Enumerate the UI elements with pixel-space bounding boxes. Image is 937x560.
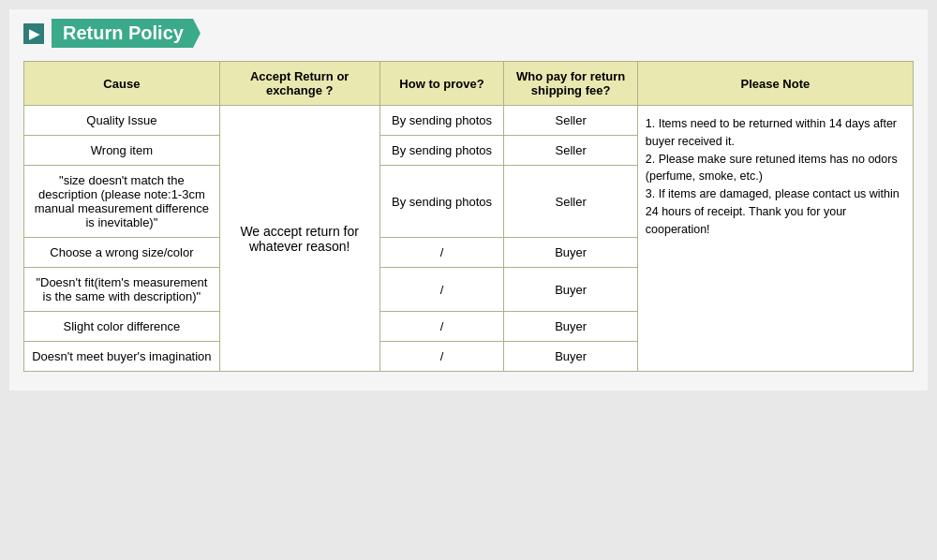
- col-header-accept: Accept Return or exchange ?: [219, 62, 379, 106]
- cause-cell: Wrong item: [24, 136, 220, 166]
- prove-cell: By sending photos: [379, 106, 504, 136]
- cause-cell: Slight color difference: [24, 312, 220, 342]
- fee-cell: Buyer: [504, 268, 637, 312]
- cause-cell: Choose a wrong size/color: [24, 238, 220, 268]
- prove-cell: /: [379, 268, 504, 312]
- cause-cell: "Doesn't fit(item's measurement is the s…: [24, 268, 220, 312]
- note-cell: 1. Items need to be returned within 14 d…: [637, 106, 913, 372]
- fee-cell: Buyer: [504, 342, 637, 372]
- col-header-cause: Cause: [24, 62, 220, 106]
- fee-cell: Seller: [504, 106, 637, 136]
- header-icon: ▶: [23, 23, 44, 44]
- fee-cell: Seller: [504, 166, 637, 238]
- fee-cell: Seller: [504, 136, 637, 166]
- table-row: Quality IssueWe accept return for whatev…: [24, 106, 914, 136]
- page-title: Return Policy: [63, 22, 184, 43]
- cause-cell: Doesn't meet buyer's imagination: [24, 342, 220, 372]
- page-header: ▶ Return Policy: [23, 19, 914, 48]
- cause-cell: Quality Issue: [24, 106, 220, 136]
- accept-cell: We accept return for whatever reason!: [219, 106, 379, 372]
- col-header-note: Please Note: [637, 62, 913, 106]
- col-header-prove: How to prove?: [379, 62, 504, 106]
- cause-cell: "size doesn't match the description (ple…: [24, 166, 220, 238]
- prove-cell: By sending photos: [379, 136, 504, 166]
- fee-cell: Buyer: [504, 238, 637, 268]
- prove-cell: /: [379, 238, 504, 268]
- fee-cell: Buyer: [504, 312, 637, 342]
- prove-cell: /: [379, 342, 504, 372]
- prove-cell: /: [379, 312, 504, 342]
- prove-cell: By sending photos: [379, 166, 504, 238]
- col-header-fee: Who pay for return shipping fee?: [504, 62, 637, 106]
- return-policy-table: Cause Accept Return or exchange ? How to…: [23, 61, 914, 372]
- header-title-bg: Return Policy: [52, 19, 201, 48]
- page-container: ▶ Return Policy Cause Accept Return or e…: [9, 9, 928, 391]
